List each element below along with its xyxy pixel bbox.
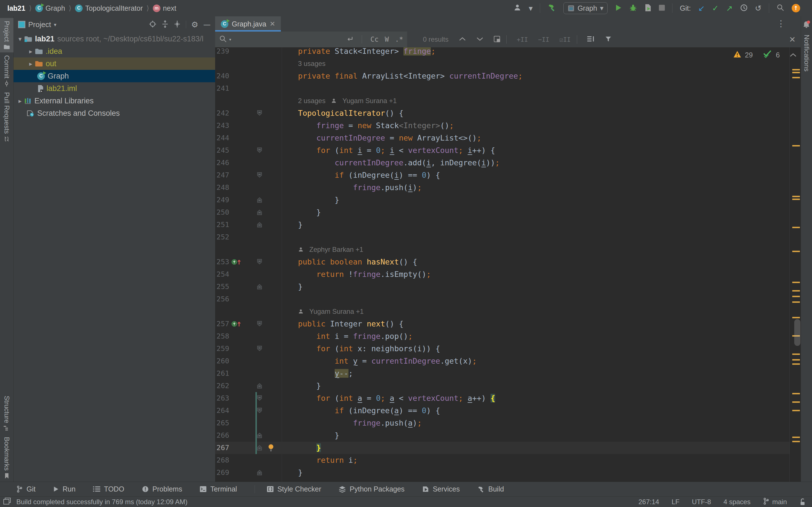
scrollbar-thumb[interactable] bbox=[794, 319, 801, 346]
line-number[interactable]: 255 bbox=[215, 281, 229, 293]
project-tree-row[interactable]: ▸out bbox=[13, 57, 215, 70]
line-number[interactable]: 270 bbox=[215, 479, 229, 482]
toolwindow-build[interactable]: Build bbox=[477, 485, 504, 493]
newline-icon[interactable] bbox=[346, 36, 353, 43]
clock-button[interactable] bbox=[740, 4, 748, 13]
indent-setting[interactable]: 4 spaces bbox=[723, 498, 751, 506]
notifications-bell-icon[interactable] bbox=[803, 20, 810, 30]
toolbar-action[interactable]: ▾ bbox=[529, 4, 532, 13]
line-number[interactable]: 258 bbox=[215, 330, 229, 342]
fold-close-icon[interactable] bbox=[257, 469, 262, 476]
chevron-right-icon[interactable]: ▸ bbox=[27, 48, 35, 55]
warning-stripe-mark[interactable] bbox=[792, 359, 800, 360]
toolwindow-project[interactable]: Project bbox=[0, 18, 13, 52]
intention-bulb-icon[interactable] bbox=[267, 444, 274, 453]
line-ending[interactable]: LF bbox=[672, 498, 679, 506]
toolwindow-terminal[interactable]: Terminal bbox=[200, 485, 237, 493]
close-icon[interactable]: ✕ bbox=[269, 20, 275, 28]
toolwindow-run[interactable]: Run bbox=[53, 485, 75, 493]
line-number[interactable]: 261 bbox=[215, 367, 229, 380]
line-number[interactable]: 245 bbox=[215, 144, 229, 157]
project-panel-title[interactable]: Project ▾ bbox=[18, 20, 56, 29]
line-number[interactable]: 243 bbox=[215, 119, 229, 132]
line-number[interactable]: 241 bbox=[215, 82, 229, 95]
fold-close-icon[interactable] bbox=[257, 383, 262, 390]
toolwindow-todo[interactable]: TODO bbox=[93, 485, 124, 493]
warning-stripe-mark[interactable] bbox=[792, 72, 800, 73]
search-in-selection-icon[interactable] bbox=[494, 36, 500, 43]
line-number[interactable]: 246 bbox=[215, 157, 229, 169]
find-toggle-0[interactable]: Cc bbox=[370, 36, 378, 43]
warning-stripe-mark[interactable] bbox=[792, 363, 800, 365]
search-input[interactable]: ▾ CcW.* bbox=[215, 32, 407, 47]
project-tree-row[interactable]: ▾lab21 sources root, ~/Desktop/cs61bl/su… bbox=[13, 33, 215, 45]
warning-stripe-mark[interactable] bbox=[792, 196, 800, 197]
toolwindow-git[interactable]: Git bbox=[16, 485, 36, 493]
line-number[interactable]: 269 bbox=[215, 466, 229, 479]
fold-open-icon[interactable] bbox=[257, 259, 262, 266]
filter-icon[interactable] bbox=[605, 36, 612, 43]
toolwindow-style-checker[interactable]: Style Checker bbox=[267, 485, 321, 493]
line-number[interactable]: 250 bbox=[215, 206, 229, 219]
add-selection-icon[interactable]: +II bbox=[517, 36, 528, 43]
project-tree-row[interactable]: ▸External Libraries bbox=[13, 95, 215, 107]
line-number[interactable]: 240 bbox=[215, 70, 229, 82]
fold-open-icon[interactable] bbox=[257, 407, 262, 414]
line-number[interactable]: 260 bbox=[215, 355, 229, 367]
toolbar-action[interactable]: ↺ bbox=[755, 4, 762, 13]
collapse-all-button[interactable] bbox=[174, 20, 181, 29]
fold-open-icon[interactable] bbox=[257, 321, 262, 328]
hammer-green-button[interactable] bbox=[548, 3, 556, 13]
line-number[interactable]: 242 bbox=[215, 107, 229, 119]
find-toggle-2[interactable]: .* bbox=[395, 36, 403, 43]
kebab-menu-icon[interactable]: ⋮ bbox=[777, 18, 785, 29]
warning-stripe-mark[interactable] bbox=[792, 227, 800, 228]
fold-open-icon[interactable] bbox=[257, 110, 262, 117]
breadcrumb-item[interactable]: mnext bbox=[153, 4, 176, 12]
warning-stripe-mark[interactable] bbox=[792, 441, 800, 442]
line-number[interactable]: 249 bbox=[215, 194, 229, 206]
warning-stripe-mark[interactable] bbox=[792, 69, 800, 70]
user-button[interactable] bbox=[513, 4, 521, 13]
fold-open-icon[interactable] bbox=[257, 395, 262, 402]
fold-close-icon[interactable] bbox=[257, 284, 262, 291]
line-number[interactable]: 251 bbox=[215, 219, 229, 231]
warning-stripe-mark[interactable] bbox=[792, 410, 800, 411]
coverage-button[interactable] bbox=[644, 4, 652, 13]
line-number[interactable]: 253 bbox=[215, 256, 229, 268]
run-configuration-select[interactable]: Graph▼ bbox=[563, 2, 608, 14]
play-button[interactable] bbox=[615, 4, 622, 13]
toolwindow-layout-icon[interactable] bbox=[3, 498, 11, 506]
line-number[interactable]: 263 bbox=[215, 392, 229, 404]
locate-file-button[interactable] bbox=[149, 20, 156, 29]
line-number[interactable]: 239 bbox=[215, 47, 229, 57]
multiline-search-icon[interactable] bbox=[587, 36, 595, 43]
line-number[interactable]: 264 bbox=[215, 404, 229, 417]
toolwindow-python-packages[interactable]: Python Packages bbox=[339, 485, 405, 493]
check-selection-icon[interactable]: ☑II bbox=[559, 36, 571, 43]
implements-method-icon[interactable] bbox=[232, 258, 242, 267]
chevron-right-icon[interactable]: ▸ bbox=[16, 98, 24, 105]
project-tree-row[interactable]: Scratches and Consoles bbox=[13, 107, 215, 119]
fold-close-icon[interactable] bbox=[257, 432, 262, 439]
prev-occurrence-icon[interactable] bbox=[459, 37, 466, 43]
fold-close-icon[interactable] bbox=[257, 222, 262, 229]
line-number[interactable]: 256 bbox=[215, 293, 229, 305]
tab-graph-java[interactable]: C Graph.java ✕ bbox=[215, 16, 281, 32]
toolwindow-pull-requests[interactable]: Pull Requests bbox=[0, 89, 13, 145]
warning-stripe-mark[interactable] bbox=[792, 77, 800, 78]
toolwindow-bookmarks[interactable]: Bookmarks bbox=[0, 434, 13, 482]
fold-close-icon[interactable] bbox=[257, 209, 262, 216]
lock-icon[interactable] bbox=[799, 498, 806, 506]
toolbar-action[interactable]: ✓ bbox=[712, 4, 719, 13]
line-number[interactable]: 267 bbox=[215, 442, 229, 454]
warning-stripe-mark[interactable] bbox=[792, 353, 800, 355]
warning-stripe-mark[interactable] bbox=[792, 401, 800, 403]
line-number[interactable]: 265 bbox=[215, 417, 229, 429]
gear-icon[interactable]: ⚙ bbox=[191, 20, 198, 29]
line-number[interactable]: 252 bbox=[215, 231, 229, 243]
fold-open-icon[interactable] bbox=[257, 147, 262, 154]
next-occurrence-icon[interactable] bbox=[476, 37, 484, 43]
breadcrumb-item[interactable]: CTopologicalIterator bbox=[75, 4, 143, 12]
toolwindow-problems[interactable]: Problems bbox=[142, 485, 183, 493]
